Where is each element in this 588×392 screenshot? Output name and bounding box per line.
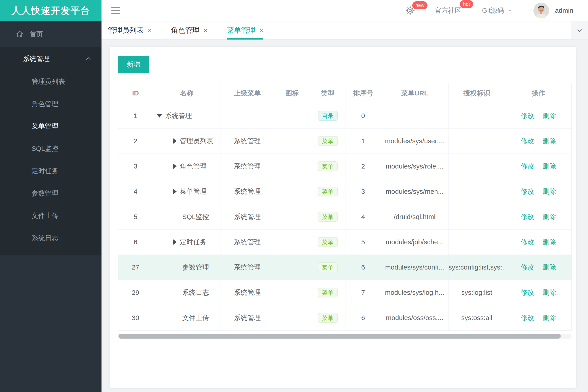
sidebar-subitem-label: SQL监控 (32, 144, 58, 153)
table-row: 3 角色管理 系统管理 菜单 2 modules/sys/role.... 修改… (118, 154, 572, 179)
sidebar-subitem-label: 管理员列表 (32, 77, 65, 86)
sidebar-toggle-icon[interactable] (111, 7, 120, 14)
sidebar-subitem[interactable]: SQL监控 (0, 138, 102, 160)
cell-name: 角色管理 (153, 154, 220, 179)
edit-link[interactable]: 修改 (521, 137, 534, 144)
type-tag: 菜单 (318, 161, 338, 171)
cell-url: modules/sys/user.... (381, 128, 448, 154)
tree-toggle-icon[interactable] (173, 164, 177, 169)
menu-name: 系统日志 (182, 288, 209, 297)
tree-toggle-icon[interactable] (173, 239, 177, 245)
cell-perms (448, 230, 505, 255)
cell-id: 3 (118, 154, 153, 179)
sidebar-subitem[interactable]: 角色管理 (0, 93, 102, 115)
cell-parent: 系统管理 (220, 230, 274, 255)
edit-link[interactable]: 修改 (521, 162, 534, 170)
sidebar-subitem[interactable]: 菜单管理 (0, 115, 102, 138)
sidebar-item-home[interactable]: 首页 (0, 21, 102, 47)
tab-list: 管理员列表 × 角色管理 × 菜单管理 × (108, 22, 283, 39)
app-title: 人人快速开发平台 (12, 4, 90, 17)
username[interactable]: admin (555, 7, 573, 14)
edit-link[interactable]: 修改 (521, 188, 534, 195)
avatar-image (533, 3, 549, 18)
sidebar-group-title[interactable]: 系统管理 (0, 47, 102, 70)
edit-link[interactable]: 修改 (521, 213, 534, 220)
cell-url: modules/sys/log.h... (381, 280, 448, 305)
tab-list-dropdown-button[interactable] (571, 22, 588, 39)
cell-icon (274, 305, 310, 330)
col-header-id: ID (118, 83, 153, 103)
sidebar-subitem[interactable]: 文件上传 (0, 204, 102, 227)
table-row: 27 参数管理 系统管理 菜单 6 modules/sys/confi... s… (118, 255, 572, 280)
menu-name: 管理员列表 (180, 136, 213, 146)
tab[interactable]: 角色管理 × (171, 22, 208, 39)
chevron-up-icon (85, 56, 92, 62)
tab-close-icon[interactable]: × (148, 26, 152, 34)
cell-actions: 修改 删除 (505, 305, 572, 330)
cell-sort: 5 (345, 230, 381, 255)
edit-link[interactable]: 修改 (521, 289, 534, 296)
cell-id: 5 (118, 204, 153, 230)
menu-name: SQL监控 (182, 212, 209, 222)
delete-link[interactable]: 删除 (543, 289, 556, 296)
cell-id: 6 (118, 230, 153, 255)
sidebar-subitem[interactable]: 管理员列表 (0, 70, 102, 93)
git-source-link[interactable]: Git源码 (482, 6, 513, 15)
delete-link[interactable]: 删除 (543, 162, 556, 170)
col-header-name: 名称 (153, 83, 220, 103)
cell-type: 菜单 (310, 280, 345, 305)
tree-toggle-icon[interactable] (157, 114, 162, 118)
horizontal-scrollbar-thumb[interactable] (119, 334, 561, 338)
settings-button[interactable]: new (406, 6, 415, 15)
tab[interactable]: 管理员列表 × (108, 22, 152, 39)
cell-perms (448, 179, 505, 204)
sidebar-subitem[interactable]: 参数管理 (0, 182, 102, 204)
tree-toggle-icon[interactable] (173, 138, 177, 144)
edit-link[interactable]: 修改 (521, 112, 534, 119)
edit-link[interactable]: 修改 (521, 314, 534, 322)
cell-actions: 修改 删除 (505, 230, 572, 255)
user-avatar[interactable] (533, 3, 549, 18)
cell-perms: sys:log:list (448, 280, 505, 305)
horizontal-scrollbar-track[interactable] (118, 334, 571, 338)
cell-parent (220, 103, 274, 128)
cell-actions: 修改 删除 (505, 255, 572, 280)
cell-url: modules/sys/confi... (381, 255, 448, 280)
sidebar-subitem-label: 定时任务 (32, 166, 58, 176)
tab-close-icon[interactable]: × (259, 26, 263, 34)
sidebar-group-system: 系统管理 管理员列表 角色管理 菜单管理 SQL监控 定时任务 参数管理 文件上… (0, 47, 102, 256)
edit-link[interactable]: 修改 (521, 238, 534, 246)
delete-link[interactable]: 删除 (543, 314, 556, 322)
col-header-sort: 排序号 (345, 83, 381, 103)
sidebar-subitem[interactable]: 系统日志 (0, 227, 102, 249)
menu-name: 参数管理 (182, 263, 209, 272)
tab-label: 角色管理 (171, 26, 200, 35)
cell-icon (274, 128, 310, 154)
col-header-parent: 上级菜单 (220, 83, 274, 103)
delete-link[interactable]: 删除 (543, 264, 556, 271)
delete-link[interactable]: 删除 (543, 213, 556, 220)
community-link[interactable]: 官方社区 hot (435, 6, 461, 15)
cell-name: 文件上传 (153, 305, 220, 330)
cell-parent: 系统管理 (220, 305, 274, 330)
add-button[interactable]: 新增 (118, 56, 149, 73)
delete-link[interactable]: 删除 (543, 112, 556, 119)
tab-close-icon[interactable]: × (204, 26, 208, 34)
col-header-perms: 授权标识 (448, 83, 505, 103)
sidebar-subitem[interactable]: 定时任务 (0, 160, 102, 182)
delete-link[interactable]: 删除 (543, 238, 556, 246)
cell-name: 菜单管理 (153, 179, 220, 204)
cell-name: 系统日志 (153, 280, 220, 305)
cell-name: 系统管理 (153, 103, 220, 128)
cell-name: 定时任务 (153, 230, 220, 255)
menu-name: 文件上传 (182, 313, 209, 322)
hot-badge: hot (460, 0, 473, 8)
cell-icon (274, 179, 310, 204)
cell-type: 菜单 (310, 154, 345, 179)
cell-parent: 系统管理 (220, 154, 274, 179)
tab[interactable]: 菜单管理 × (227, 22, 263, 39)
delete-link[interactable]: 删除 (543, 188, 556, 195)
edit-link[interactable]: 修改 (521, 264, 534, 271)
tree-toggle-icon[interactable] (173, 189, 177, 194)
delete-link[interactable]: 删除 (543, 137, 556, 144)
